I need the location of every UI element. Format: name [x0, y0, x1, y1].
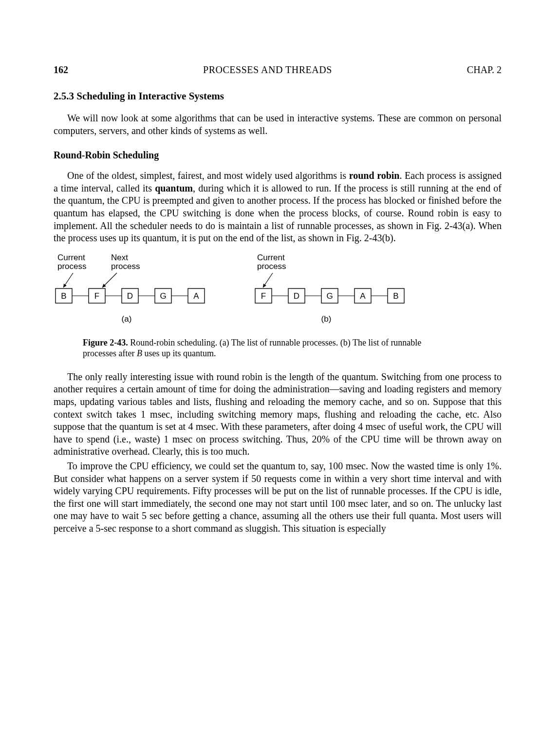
round-robin-paragraph-1: One of the oldest, simplest, fairest, an…	[54, 170, 502, 245]
caption-b-italic: B	[137, 348, 142, 358]
term-quantum: quantum	[155, 183, 193, 193]
svg-text:process: process	[257, 262, 286, 271]
process-letter: G	[326, 291, 333, 301]
process-letter: B	[61, 291, 66, 301]
process-letter: F	[94, 291, 99, 301]
page-number: 162	[54, 64, 68, 76]
rr1-a: One of the oldest, simplest, fairest, an…	[67, 170, 349, 181]
label-a: (a)	[122, 314, 132, 324]
process-letter: D	[294, 291, 299, 301]
svg-text:Current: Current	[257, 253, 285, 262]
label-b: (b)	[321, 314, 332, 324]
svg-line-5	[102, 273, 117, 288]
round-robin-paragraph-2: The only really interesting issue with r…	[54, 371, 502, 458]
process-letter: A	[193, 291, 199, 301]
section-heading: 2.5.3 Scheduling in Interactive Systems	[54, 90, 502, 102]
process-letter: F	[261, 291, 266, 301]
figure-b: Current process FDGAB (b)	[255, 253, 404, 324]
intro-paragraph: We will now look at some algorithms that…	[54, 112, 502, 137]
round-robin-paragraph-3: To improve the CPU efficiency, we could …	[54, 460, 502, 535]
section-title: Scheduling in Interactive Systems	[76, 90, 224, 102]
process-letter: A	[360, 291, 366, 301]
section-number: 2.5.3	[54, 90, 74, 102]
svg-text:process: process	[111, 262, 140, 271]
caption-rest-c: uses up its quantum.	[142, 348, 216, 358]
chapter-label: CHAP. 2	[467, 64, 502, 76]
process-letter: B	[393, 291, 398, 301]
figure-caption: Figure 2-43. Round-robin scheduling. (a)…	[83, 337, 424, 359]
process-letter: G	[160, 291, 166, 301]
rr2-text: The only really interesting issue with r…	[54, 371, 502, 457]
svg-line-12	[263, 273, 273, 288]
page: 162 PROCESSES AND THREADS CHAP. 2 2.5.3 …	[0, 0, 560, 731]
process-letter: D	[127, 291, 133, 301]
svg-text:process: process	[57, 262, 87, 271]
caption-rest-a: Round-robin scheduling. (a) The list of …	[83, 338, 421, 359]
figure-a: Current process Next process BFDGA (a)	[56, 253, 205, 324]
subsection-heading: Round-Robin Scheduling	[54, 150, 502, 161]
intro-text: We will now look at some algorithms that…	[54, 113, 502, 136]
svg-text:Next: Next	[111, 253, 128, 262]
svg-text:Current: Current	[57, 253, 85, 262]
caption-lead: Figure 2-43.	[83, 338, 128, 347]
running-header: 162 PROCESSES AND THREADS CHAP. 2	[54, 64, 502, 76]
chapter-title: PROCESSES AND THREADS	[68, 64, 467, 76]
svg-line-4	[63, 273, 73, 288]
figure-svg: Current process Next process BFDGA (a) C…	[54, 253, 502, 331]
rr3-text: To improve the CPU efficiency, we could …	[54, 461, 502, 534]
figure-2-43: Current process Next process BFDGA (a) C…	[54, 253, 502, 359]
term-round-robin: round robin	[349, 170, 400, 181]
